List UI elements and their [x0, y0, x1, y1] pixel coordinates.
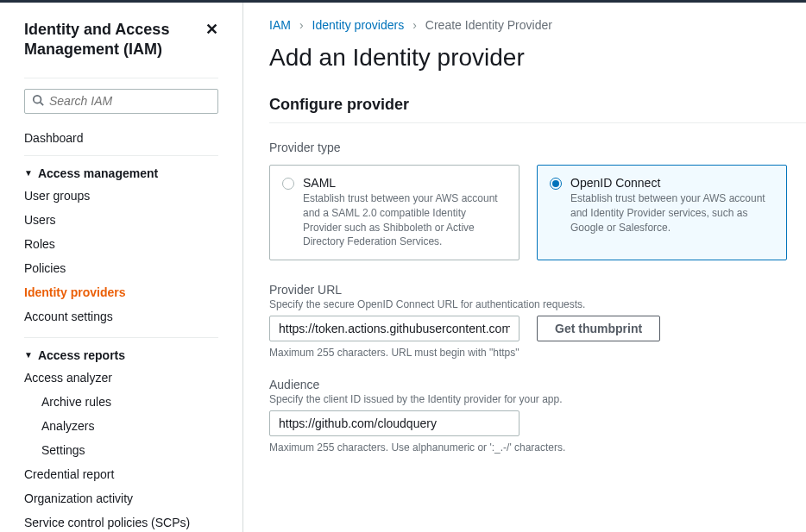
radio-saml-title: SAML [303, 176, 507, 190]
audience-label: Audience [269, 378, 806, 391]
sidebar-item-dashboard[interactable]: Dashboard [0, 124, 242, 155]
radio-saml-desc: Establish trust between your AWS account… [303, 191, 507, 249]
breadcrumb-current: Create Identity Provider [425, 18, 552, 32]
audience-input[interactable] [269, 410, 519, 436]
sidebar-item-roles[interactable]: Roles [0, 232, 242, 256]
close-icon[interactable]: ✕ [205, 20, 218, 39]
section-label: Access reports [38, 348, 125, 362]
breadcrumb: IAM › Identity providers › Create Identi… [269, 18, 806, 32]
provider-type-label: Provider type [269, 141, 806, 154]
chevron-right-icon: › [412, 18, 417, 32]
caret-down-icon: ▼ [24, 168, 33, 178]
sidebar-section-access-reports[interactable]: ▼ Access reports [0, 338, 242, 366]
sidebar-item-access-analyzer[interactable]: Access analyzer [0, 366, 242, 390]
sidebar-item-policies[interactable]: Policies [0, 256, 242, 280]
sidebar-item-users[interactable]: Users [0, 208, 242, 232]
sidebar-item-user-groups[interactable]: User groups [0, 184, 242, 208]
provider-type-radio-group: SAML Establish trust between your AWS ac… [269, 165, 806, 260]
radio-oidc[interactable]: OpenID Connect Establish trust between y… [537, 165, 787, 260]
sidebar: Identity and Access Management (IAM) ✕ D… [0, 3, 243, 532]
radio-oidc-desc: Establish trust between your AWS account… [570, 191, 774, 235]
provider-url-group: Provider URL Specify the secure OpenID C… [269, 283, 806, 359]
sidebar-title: Identity and Access Management (IAM) [24, 20, 205, 60]
get-thumbprint-button[interactable]: Get thumbprint [537, 316, 660, 341]
search-icon [32, 94, 44, 109]
sidebar-section-access-management[interactable]: ▼ Access management [0, 156, 242, 184]
sidebar-item-settings[interactable]: Settings [0, 438, 242, 462]
sidebar-item-account-settings[interactable]: Account settings [0, 304, 242, 329]
chevron-right-icon: › [299, 18, 304, 32]
audience-group: Audience Specify the client ID issued by… [269, 378, 806, 454]
svg-line-1 [41, 102, 44, 105]
sidebar-item-identity-providers[interactable]: Identity providers [0, 280, 242, 304]
provider-url-hint: Maximum 255 characters. URL must begin w… [269, 347, 806, 359]
provider-url-label: Provider URL [269, 283, 806, 297]
sidebar-item-credential-report[interactable]: Credential report [0, 462, 242, 486]
main-content: IAM › Identity providers › Create Identi… [243, 3, 806, 532]
radio-icon [282, 178, 294, 190]
caret-down-icon: ▼ [24, 350, 33, 360]
breadcrumb-identity-providers[interactable]: Identity providers [312, 18, 405, 32]
radio-oidc-title: OpenID Connect [570, 176, 774, 190]
sidebar-item-archive-rules[interactable]: Archive rules [0, 390, 242, 414]
audience-sub: Specify the client ID issued by the Iden… [269, 393, 806, 405]
sidebar-item-organization-activity[interactable]: Organization activity [0, 486, 242, 510]
svg-point-0 [34, 96, 41, 103]
radio-icon [550, 178, 562, 190]
audience-hint: Maximum 255 characters. Use alphanumeric… [269, 441, 806, 454]
search-input-wrap[interactable] [24, 89, 218, 114]
provider-url-sub: Specify the secure OpenID Connect URL fo… [269, 298, 806, 310]
radio-saml[interactable]: SAML Establish trust between your AWS ac… [269, 165, 519, 260]
section-label: Access management [38, 166, 158, 180]
sidebar-item-scps[interactable]: Service control policies (SCPs) [0, 510, 242, 532]
breadcrumb-iam[interactable]: IAM [269, 18, 291, 32]
section-title: Configure provider [269, 96, 806, 123]
provider-url-input[interactable] [269, 316, 519, 341]
search-input[interactable] [49, 94, 211, 108]
sidebar-item-analyzers[interactable]: Analyzers [0, 414, 242, 438]
page-title: Add an Identity provider [269, 44, 806, 72]
